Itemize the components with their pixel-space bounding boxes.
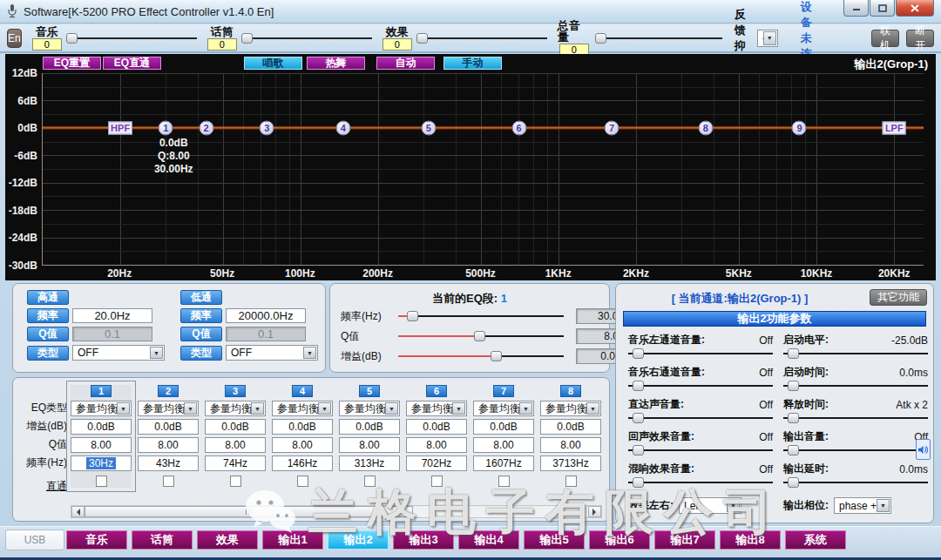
hpf-marker[interactable]: HPF <box>108 121 132 134</box>
lpf-marker[interactable]: LPF <box>883 121 906 134</box>
band-header-button[interactable]: 7 <box>493 385 514 397</box>
slider-thumb[interactable] <box>788 445 799 455</box>
slider-thumb[interactable] <box>474 331 485 341</box>
eq-point-5[interactable]: 5 <box>421 120 436 135</box>
band-gain-field[interactable]: 0.0dB <box>540 419 601 435</box>
slider-thumb[interactable] <box>788 348 799 359</box>
minimize-button[interactable] <box>843 0 869 17</box>
chevron-down-icon[interactable]: ▼ <box>184 402 197 415</box>
band-header-button[interactable]: 4 <box>292 385 313 397</box>
band-gain-field[interactable]: 0.0dB <box>406 419 467 435</box>
lowpass-type-select[interactable]: OFF ▼ <box>226 345 318 361</box>
chevron-down-icon[interactable]: ▼ <box>519 402 532 415</box>
band-gain-field[interactable]: 0.0dB <box>272 419 333 435</box>
connect-button[interactable]: 联机 <box>871 30 899 47</box>
bypass-checkbox[interactable] <box>230 476 241 487</box>
slider-thumb[interactable] <box>633 348 644 359</box>
channel-button-输出6[interactable]: 输出6 <box>589 530 650 550</box>
effect-volume-slider[interactable] <box>416 32 547 44</box>
eq-point-9[interactable]: 9 <box>792 120 807 135</box>
band-type-select[interactable]: 参量均衡▼ <box>205 401 266 416</box>
eq-point-1[interactable]: 1 <box>159 120 173 135</box>
band-header-button[interactable]: 1 <box>91 385 112 397</box>
chevron-down-icon[interactable]: ▼ <box>117 402 130 415</box>
channel-button-音乐[interactable]: 音乐 <box>66 530 127 550</box>
mode-auto-button[interactable]: 自动 <box>376 57 435 70</box>
slider-thumb[interactable] <box>241 33 253 44</box>
bypass-checkbox[interactable] <box>96 476 107 487</box>
band-type-select[interactable]: 参量均衡▼ <box>339 401 400 416</box>
close-button[interactable] <box>896 0 934 17</box>
channel-button-输出5[interactable]: 输出5 <box>524 530 585 550</box>
slider-thumb[interactable] <box>633 413 644 423</box>
band-freq-field[interactable]: 30Hz <box>71 455 132 471</box>
eq-bypass-button[interactable]: EQ直通 <box>103 57 161 70</box>
highpass-type-select[interactable]: OFF ▼ <box>72 345 165 361</box>
param-slider[interactable] <box>628 412 773 423</box>
chevron-down-icon[interactable]: ▼ <box>150 347 163 359</box>
band-freq-field[interactable]: 43Hz <box>138 455 199 471</box>
mode-sing-button[interactable]: 唱歌 <box>244 57 302 70</box>
other-functions-button[interactable]: 其它功能 <box>870 289 927 306</box>
band-table-scrollbar[interactable] <box>71 505 602 518</box>
scrollbar-thumb[interactable] <box>85 506 413 517</box>
band-q-field[interactable]: 8.00 <box>540 437 601 453</box>
slider-thumb[interactable] <box>407 311 418 321</box>
mic-volume-slider[interactable] <box>241 32 372 44</box>
chevron-down-icon[interactable]: ▼ <box>385 402 398 415</box>
band-header-button[interactable]: 8 <box>560 385 581 397</box>
bypass-checkbox[interactable] <box>431 476 443 487</box>
channel-button-输出3[interactable]: 输出3 <box>393 530 454 550</box>
param-slider[interactable] <box>783 476 928 488</box>
output-phase-select[interactable]: phase + ▼ <box>834 497 891 514</box>
bypass-checkbox[interactable] <box>297 476 308 487</box>
chevron-down-icon[interactable]: ▼ <box>452 402 465 415</box>
slider-thumb[interactable] <box>788 381 799 391</box>
freq-adjust-slider[interactable] <box>398 310 564 322</box>
mute-button[interactable] <box>916 439 931 460</box>
slider-thumb[interactable] <box>633 477 644 488</box>
slider-thumb[interactable] <box>633 381 644 391</box>
band-type-select[interactable]: 参量均衡▼ <box>473 401 534 416</box>
bypass-checkbox[interactable] <box>565 476 577 487</box>
param-slider[interactable] <box>628 347 773 359</box>
band-q-field[interactable]: 8.00 <box>406 437 467 453</box>
band-q-field[interactable]: 8.00 <box>473 437 534 453</box>
band-freq-field[interactable]: 1607Hz <box>473 455 534 471</box>
band-gain-field[interactable]: 0.0dB <box>205 419 266 435</box>
band-gain-field[interactable]: 0.0dB <box>71 419 132 435</box>
channel-button-效果[interactable]: 效果 <box>197 530 258 550</box>
slider-thumb[interactable] <box>788 413 799 423</box>
param-slider[interactable] <box>783 380 928 391</box>
mode-dance-button[interactable]: 热舞 <box>307 57 365 70</box>
band-gain-field[interactable]: 0.0dB <box>473 419 534 435</box>
channel-button-输出2[interactable]: 输出2 <box>328 530 389 550</box>
slider-thumb[interactable] <box>788 477 799 488</box>
chevron-down-icon[interactable]: ▼ <box>251 402 264 415</box>
band-header-button[interactable]: 2 <box>158 385 179 397</box>
scroll-right-button[interactable] <box>588 506 601 517</box>
band-q-field[interactable]: 8.00 <box>138 437 199 453</box>
chevron-down-icon[interactable]: ▼ <box>727 499 740 512</box>
eq-point-8[interactable]: 8 <box>698 120 713 135</box>
chevron-down-icon[interactable]: ▼ <box>303 347 316 359</box>
mode-manual-button[interactable]: 手动 <box>443 57 502 70</box>
chevron-down-icon[interactable]: ▼ <box>318 402 331 415</box>
channel-button-系统[interactable]: 系统 <box>785 530 846 550</box>
eq-point-6[interactable]: 6 <box>511 120 526 135</box>
gain-adjust-slider[interactable] <box>398 350 564 362</box>
scroll-left-button[interactable] <box>71 506 85 517</box>
band-type-select[interactable]: 参量均衡▼ <box>138 401 199 416</box>
band-q-field[interactable]: 8.00 <box>339 437 400 453</box>
band-header-button[interactable]: 6 <box>426 385 447 397</box>
music-volume-slider[interactable] <box>66 32 197 44</box>
eq-reset-button[interactable]: EQ重置 <box>43 57 101 70</box>
band-type-select[interactable]: 参量均衡▼ <box>272 401 333 416</box>
band-freq-field[interactable]: 146Hz <box>272 455 333 471</box>
param-slider[interactable] <box>628 444 773 455</box>
band-type-select[interactable]: 参量均衡▼ <box>71 401 132 416</box>
lowpass-freq-field[interactable]: 20000.0Hz <box>226 308 306 323</box>
band-freq-field[interactable]: 3713Hz <box>540 455 601 471</box>
band-q-field[interactable]: 8.00 <box>272 437 333 453</box>
chevron-down-icon[interactable]: ▼ <box>877 499 890 512</box>
